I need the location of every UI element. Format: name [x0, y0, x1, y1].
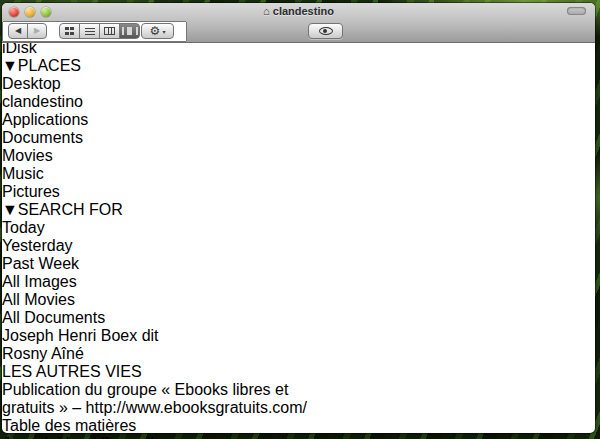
finder-window: ⌂clandestino ◀ ▶ ⚙▾	[2, 3, 595, 433]
coverflow-selected-item: Joseph Henri Boex dit Rosny Aîné LES AUT…	[2, 327, 595, 435]
icon-view-icon	[65, 27, 74, 35]
navigation-buttons: ◀ ▶	[8, 23, 47, 39]
title-bar[interactable]: ⌂clandestino ◀ ▶ ⚙▾	[2, 3, 595, 43]
coverflow-view-button[interactable]	[119, 23, 140, 39]
main-pane: Joseph Henri Boex dit Rosny Aîné LES AUT…	[2, 327, 595, 439]
coverflow-selected-item-reflection: Joseph Henri Boex dit Rosny Aîné LES AUT…	[2, 435, 595, 439]
column-view-icon	[104, 27, 115, 35]
section-disclosure-icon[interactable]: ▼	[2, 57, 18, 74]
pdf-title: LES AUTRES VIES	[2, 363, 595, 381]
sidebar-section-title: ▼SEARCH FOR	[2, 201, 595, 219]
sidebar-item-past-week[interactable]: Past Week	[2, 255, 595, 273]
sidebar-item-applications[interactable]: Applications	[2, 111, 595, 129]
sidebar-item-desktop[interactable]: Desktop	[2, 75, 595, 93]
zoom-button[interactable]	[41, 7, 51, 17]
quick-look-button[interactable]	[308, 23, 343, 39]
section-disclosure-icon[interactable]: ▼	[2, 201, 18, 218]
pdf-publisher: Publication du groupe « Ebooks libres et…	[2, 381, 595, 417]
list-view-icon	[85, 28, 95, 35]
gear-icon: ⚙	[150, 25, 161, 37]
get-info-button[interactable]	[349, 22, 367, 40]
sidebar-item-yesterday[interactable]: Yesterday	[2, 237, 595, 255]
action-menu-button[interactable]: ⚙▾	[141, 23, 174, 39]
sidebar-item-today[interactable]: Today	[2, 219, 595, 237]
view-switcher	[59, 23, 140, 39]
sidebar-sections: ▼DEVICES Macintosh HD iDisk ▼PLACES Desk…	[2, 3, 595, 327]
close-button[interactable]	[9, 7, 19, 17]
sidebar: ▼DEVICES Macintosh HD iDisk ▼PLACES Desk…	[2, 3, 595, 327]
coverflow-view: Joseph Henri Boex dit Rosny Aîné LES AUT…	[2, 327, 595, 439]
forward-button[interactable]: ▶	[27, 23, 47, 39]
column-view-button[interactable]	[99, 23, 120, 39]
coverflow-view-icon	[122, 27, 138, 35]
eye-icon	[319, 27, 333, 35]
sidebar-item-pictures[interactable]: Pictures	[2, 183, 595, 201]
home-icon: ⌂	[263, 5, 270, 17]
window-content: ▼DEVICES Macintosh HD iDisk ▼PLACES Desk…	[2, 3, 595, 439]
desktop-background: { "window": { "title": "clandestino" }, …	[0, 0, 600, 439]
sidebar-item-music[interactable]: Music	[2, 165, 595, 183]
pdf-author: Rosny Aîné	[2, 345, 595, 363]
sidebar-section: ▼PLACES Desktop clandestino Applications…	[2, 57, 595, 201]
toolbar: ◀ ▶ ⚙▾	[2, 21, 595, 42]
minimize-button[interactable]	[25, 7, 35, 17]
icon-view-button[interactable]	[59, 23, 80, 39]
list-view-button[interactable]	[79, 23, 100, 39]
sidebar-item-documents[interactable]: Documents	[2, 129, 595, 147]
toolbar-toggle-pill[interactable]	[567, 7, 586, 15]
window-title: ⌂clandestino	[62, 4, 535, 19]
sidebar-section: ▼SEARCH FOR Today Yesterday Past Week Al…	[2, 201, 595, 327]
window-controls	[9, 7, 51, 17]
sidebar-section-title: ▼PLACES	[2, 57, 595, 75]
forward-arrow-icon: ▶	[34, 27, 40, 35]
back-arrow-icon: ◀	[15, 27, 21, 35]
sidebar-item-clandestino[interactable]: clandestino	[2, 93, 595, 111]
pdf-byline: Joseph Henri Boex dit	[2, 435, 595, 439]
sidebar-item-all-documents[interactable]: All Documents	[2, 309, 595, 327]
pdf-byline: Joseph Henri Boex dit	[2, 327, 595, 345]
sidebar-item-all-movies[interactable]: All Movies	[2, 291, 595, 309]
pdf-preview-page: Joseph Henri Boex dit Rosny Aîné LES AUT…	[2, 435, 595, 439]
pdf-toc-label: Table des matières	[2, 417, 595, 435]
chevron-down-icon: ▾	[162, 28, 165, 35]
pdf-preview-page[interactable]: Joseph Henri Boex dit Rosny Aîné LES AUT…	[2, 327, 595, 435]
sidebar-item-all-images[interactable]: All Images	[2, 273, 595, 291]
back-button[interactable]: ◀	[8, 23, 28, 39]
sidebar-item-movies[interactable]: Movies	[2, 147, 595, 165]
